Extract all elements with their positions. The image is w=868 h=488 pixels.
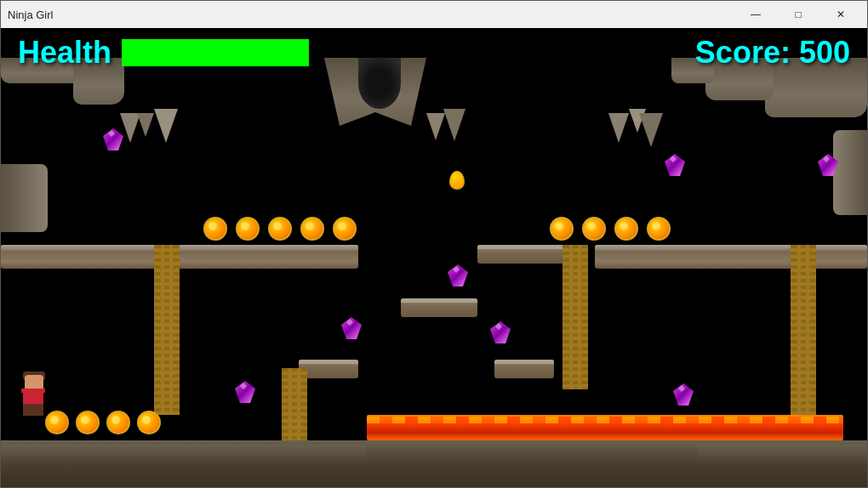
platform-main-left [1,245,358,269]
window-frame: Ninja Girl — □ ✕ Health Score: 500 [0,0,868,488]
health-bar [124,42,306,64]
coin-2 [236,217,260,241]
gem-6 [341,317,362,339]
platform-float-rm [494,360,554,378]
title-bar-left: Ninja Girl [8,9,53,21]
gem-7 [235,381,255,403]
character [18,375,49,419]
platform-float-center [401,298,477,317]
stalactite-r3 [639,113,663,147]
left-wall-rock-1 [1,164,48,232]
stalactite-3 [154,109,178,143]
gem-4 [448,264,468,287]
score-label: Score: 500 [695,35,850,70]
ground-right [697,445,867,463]
gem-5 [490,321,511,343]
coin-r4 [647,217,671,241]
coin-bl3 [106,411,130,434]
stalactite-r1 [608,113,629,143]
stalactite-c1 [426,113,445,140]
coin-r3 [614,217,638,241]
ladder-right-1 [562,245,588,389]
right-wall-rock-1 [833,130,867,215]
coin-r2 [582,217,606,241]
platform-float-lm [299,360,358,378]
coin-r1 [550,217,574,241]
title-bar-controls: — □ ✕ [736,1,860,28]
coin-5 [333,217,357,241]
lava [367,415,843,440]
maximize-button[interactable]: □ [779,1,818,28]
coin-bl2 [76,411,100,434]
ladder-left-1 [154,245,180,415]
game-area[interactable]: Health Score: 500 [1,28,867,487]
health-bar-container [122,39,309,66]
health-label: Health [18,35,111,71]
ladder-right-2 [791,245,816,415]
stalactite-2 [137,113,154,137]
coin-bl1 [45,411,69,434]
health-section: Health [18,35,309,71]
window-title: Ninja Girl [8,9,53,21]
coin-3 [268,217,292,241]
coin-falling [449,171,465,190]
coin-4 [300,217,324,241]
hud: Health Score: 500 [1,35,867,71]
ground-left [1,445,367,463]
coin-bl4 [137,411,161,434]
char-legs [23,404,43,416]
gem-8 [673,383,694,406]
gem-2 [665,154,685,176]
coin-1 [203,217,227,241]
minimize-button[interactable]: — [736,1,775,28]
stalactite-c2 [443,109,465,141]
floor-bottom [1,462,867,487]
close-button[interactable]: ✕ [821,1,860,28]
title-bar: Ninja Girl — □ ✕ [1,1,867,28]
score-section: Score: 500 [695,35,850,71]
